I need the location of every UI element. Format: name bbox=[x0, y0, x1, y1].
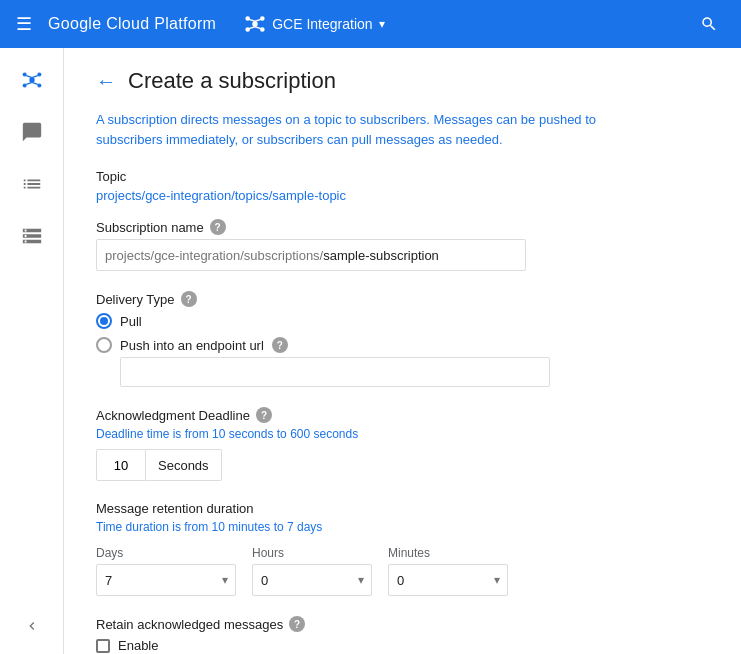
project-selector[interactable]: GCE Integration ▾ bbox=[244, 13, 384, 35]
search-icon bbox=[700, 15, 718, 33]
ack-section: Acknowledgment Deadline ? Deadline time … bbox=[96, 407, 709, 481]
svg-line-15 bbox=[32, 76, 38, 78]
retain-label: Retain acknowledged messages ? bbox=[96, 616, 709, 632]
project-name: GCE Integration bbox=[272, 16, 372, 32]
minutes-field: Minutes 0 15 30 45 ▾ bbox=[388, 546, 508, 596]
radio-push-circle bbox=[96, 337, 112, 353]
subscription-prefix: projects/gce-integration/subscriptions/ bbox=[105, 248, 323, 263]
ack-hint: Deadline time is from 10 seconds to 600 … bbox=[96, 427, 709, 441]
menu-icon[interactable]: ☰ bbox=[16, 13, 32, 35]
svg-point-10 bbox=[22, 72, 26, 76]
ack-value-input[interactable] bbox=[96, 449, 146, 481]
svg-point-0 bbox=[252, 21, 258, 27]
retention-hint-mid: minutes to bbox=[225, 520, 287, 534]
retention-section: Message retention duration Time duration… bbox=[96, 501, 709, 596]
info-text: A subscription directs messages on a top… bbox=[96, 110, 636, 149]
radio-pull[interactable]: Pull bbox=[96, 313, 709, 329]
project-dropdown-icon: ▾ bbox=[379, 17, 385, 31]
svg-line-16 bbox=[26, 82, 32, 84]
search-button[interactable] bbox=[693, 8, 725, 40]
ack-hint-mid: seconds to bbox=[225, 427, 290, 441]
minutes-label: Minutes bbox=[388, 546, 508, 560]
sidebar-collapse-button[interactable] bbox=[8, 610, 56, 642]
chat-icon bbox=[21, 121, 43, 143]
svg-point-13 bbox=[37, 83, 41, 87]
hours-select[interactable]: 0 1 2 bbox=[252, 564, 372, 596]
days-select-wrapper: 7 1 2 3 ▾ bbox=[96, 564, 236, 596]
svg-point-9 bbox=[29, 77, 35, 83]
hours-select-wrapper: 0 1 2 ▾ bbox=[252, 564, 372, 596]
radio-pull-circle bbox=[96, 313, 112, 329]
radio-pull-label: Pull bbox=[120, 314, 142, 329]
delivery-help-icon[interactable]: ? bbox=[181, 291, 197, 307]
sidebar-item-storage[interactable] bbox=[8, 212, 56, 260]
project-icon bbox=[244, 13, 266, 35]
retain-enable-label: Enable bbox=[118, 638, 158, 653]
delivery-label: Delivery Type ? bbox=[96, 291, 709, 307]
push-help-icon[interactable]: ? bbox=[272, 337, 288, 353]
page-header: ← Create a subscription bbox=[96, 68, 709, 94]
ack-help-icon[interactable]: ? bbox=[256, 407, 272, 423]
radio-push[interactable]: Push into an endpoint url ? bbox=[96, 337, 709, 353]
sidebar-item-topics[interactable] bbox=[8, 160, 56, 208]
days-field: Days 7 1 2 3 ▾ bbox=[96, 546, 236, 596]
svg-line-17 bbox=[32, 82, 38, 84]
days-label: Days bbox=[96, 546, 236, 560]
retention-fields: Days 7 1 2 3 ▾ Hours bbox=[96, 546, 709, 596]
collapse-icon bbox=[24, 618, 40, 634]
subscription-help-icon[interactable]: ? bbox=[210, 219, 226, 235]
storage-icon bbox=[21, 225, 43, 247]
topic-value: projects/gce-integration/topics/sample-t… bbox=[96, 188, 709, 203]
main-content: ← Create a subscription A subscription d… bbox=[64, 48, 741, 654]
push-endpoint-input[interactable] bbox=[120, 357, 550, 387]
svg-point-11 bbox=[37, 72, 41, 76]
ack-input-row: Seconds bbox=[96, 449, 709, 481]
retain-help-icon[interactable]: ? bbox=[289, 616, 305, 632]
sidebar-item-messaging[interactable] bbox=[8, 108, 56, 156]
svg-line-5 bbox=[249, 19, 255, 21]
svg-line-8 bbox=[255, 27, 261, 29]
retention-hint: Time duration is from 10 minutes to 7 da… bbox=[96, 520, 709, 534]
sidebar-item-overview[interactable] bbox=[8, 56, 56, 104]
page-title: Create a subscription bbox=[128, 68, 336, 94]
svg-line-14 bbox=[26, 76, 32, 78]
retention-hint-max: 7 days bbox=[287, 520, 322, 534]
list-icon bbox=[21, 173, 43, 195]
ack-hint-max: 600 bbox=[290, 427, 310, 441]
svg-line-7 bbox=[249, 27, 255, 29]
delivery-type-group: Pull Push into an endpoint url ? bbox=[96, 313, 709, 353]
subscription-input[interactable]: projects/gce-integration/subscriptions/ … bbox=[96, 239, 526, 271]
ack-unit-label: Seconds bbox=[146, 449, 222, 481]
header: ☰ Google Cloud Platform GCE Integration … bbox=[0, 0, 741, 48]
subscription-value: sample-subscription bbox=[323, 248, 439, 263]
retention-hint-min: 10 bbox=[212, 520, 225, 534]
subscription-label: Subscription name ? bbox=[96, 219, 709, 235]
retention-hint-prefix: Time duration is from bbox=[96, 520, 212, 534]
ack-hint-suffix: seconds bbox=[310, 427, 358, 441]
days-select[interactable]: 7 1 2 3 bbox=[96, 564, 236, 596]
radio-push-label: Push into an endpoint url bbox=[120, 338, 264, 353]
layout: ← Create a subscription A subscription d… bbox=[0, 48, 741, 654]
svg-point-12 bbox=[22, 83, 26, 87]
nodes-icon bbox=[21, 69, 43, 91]
retain-checkbox-row: Enable bbox=[96, 638, 709, 653]
sidebar bbox=[0, 48, 64, 654]
minutes-select-wrapper: 0 15 30 45 ▾ bbox=[388, 564, 508, 596]
retain-enable-checkbox[interactable] bbox=[96, 639, 110, 653]
topic-label: Topic bbox=[96, 169, 709, 184]
app-title: Google Cloud Platform bbox=[48, 15, 216, 33]
svg-line-6 bbox=[255, 19, 261, 21]
minutes-select[interactable]: 0 15 30 45 bbox=[388, 564, 508, 596]
retain-section: Retain acknowledged messages ? Enable bbox=[96, 616, 709, 653]
back-button[interactable]: ← bbox=[96, 70, 116, 93]
ack-hint-prefix: Deadline time is from bbox=[96, 427, 212, 441]
topic-section: Topic projects/gce-integration/topics/sa… bbox=[96, 169, 709, 203]
ack-label: Acknowledgment Deadline ? bbox=[96, 407, 709, 423]
ack-hint-min: 10 bbox=[212, 427, 225, 441]
subscription-section: Subscription name ? projects/gce-integra… bbox=[96, 219, 709, 271]
retention-label: Message retention duration bbox=[96, 501, 709, 516]
hours-label: Hours bbox=[252, 546, 372, 560]
delivery-section: Delivery Type ? Pull Push into an endpoi… bbox=[96, 291, 709, 387]
hours-field: Hours 0 1 2 ▾ bbox=[252, 546, 372, 596]
